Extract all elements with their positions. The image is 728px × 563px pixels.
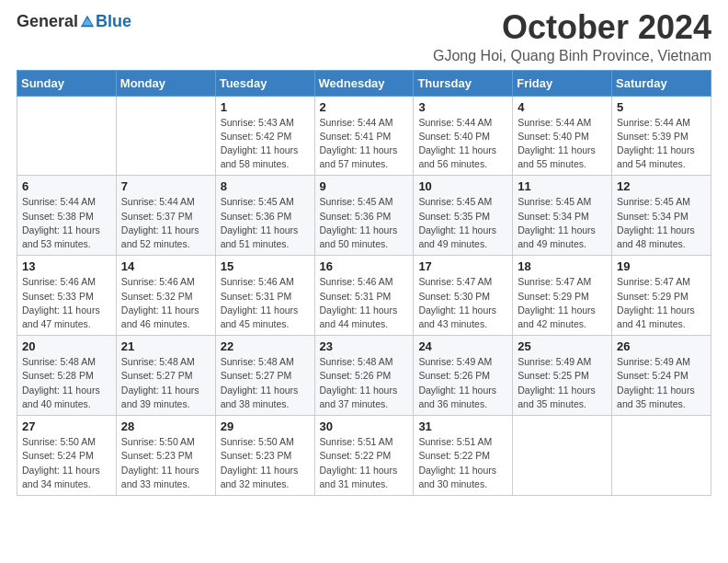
logo-general: General xyxy=(17,13,78,29)
day-cell: 18Sunrise: 5:47 AMSunset: 5:29 PMDayligh… xyxy=(513,256,612,336)
day-number: 26 xyxy=(617,339,706,353)
day-cell: 22Sunrise: 5:48 AMSunset: 5:27 PMDayligh… xyxy=(215,336,314,416)
day-cell: 23Sunrise: 5:48 AMSunset: 5:26 PMDayligh… xyxy=(314,336,414,416)
day-number: 30 xyxy=(320,419,409,433)
day-cell xyxy=(17,96,117,176)
day-number: 21 xyxy=(121,339,210,353)
day-header-wednesday: Wednesday xyxy=(314,70,414,96)
day-number: 3 xyxy=(418,100,507,114)
day-cell: 12Sunrise: 5:45 AMSunset: 5:34 PMDayligh… xyxy=(612,176,711,256)
day-cell: 2Sunrise: 5:44 AMSunset: 5:41 PMDaylight… xyxy=(314,96,414,176)
week-row-5: 27Sunrise: 5:50 AMSunset: 5:24 PMDayligh… xyxy=(17,416,711,496)
day-cell: 20Sunrise: 5:48 AMSunset: 5:28 PMDayligh… xyxy=(17,336,117,416)
day-cell: 1Sunrise: 5:43 AMSunset: 5:42 PMDaylight… xyxy=(215,96,314,176)
week-row-1: 1Sunrise: 5:43 AMSunset: 5:42 PMDaylight… xyxy=(17,96,711,176)
day-number: 8 xyxy=(221,179,310,193)
day-cell: 8Sunrise: 5:45 AMSunset: 5:36 PMDaylight… xyxy=(215,176,314,256)
day-header-sunday: Sunday xyxy=(17,70,117,96)
day-number: 7 xyxy=(121,179,210,193)
day-cell: 27Sunrise: 5:50 AMSunset: 5:24 PMDayligh… xyxy=(17,416,117,496)
day-info: Sunrise: 5:48 AMSunset: 5:26 PMDaylight:… xyxy=(320,355,409,411)
calendar: SundayMondayTuesdayWednesdayThursdayFrid… xyxy=(17,70,711,496)
day-info: Sunrise: 5:44 AMSunset: 5:41 PMDaylight:… xyxy=(320,116,409,172)
day-info: Sunrise: 5:44 AMSunset: 5:37 PMDaylight:… xyxy=(121,195,210,251)
day-cell: 9Sunrise: 5:45 AMSunset: 5:36 PMDaylight… xyxy=(314,176,414,256)
day-cell: 11Sunrise: 5:45 AMSunset: 5:34 PMDayligh… xyxy=(513,176,612,256)
calendar-body: 1Sunrise: 5:43 AMSunset: 5:42 PMDaylight… xyxy=(17,96,711,495)
week-row-2: 6Sunrise: 5:44 AMSunset: 5:38 PMDaylight… xyxy=(17,176,711,256)
day-cell: 24Sunrise: 5:49 AMSunset: 5:26 PMDayligh… xyxy=(414,336,513,416)
day-info: Sunrise: 5:44 AMSunset: 5:40 PMDaylight:… xyxy=(418,116,507,172)
logo-blue: Blue xyxy=(96,13,131,29)
day-number: 13 xyxy=(22,259,111,273)
day-info: Sunrise: 5:48 AMSunset: 5:28 PMDaylight:… xyxy=(22,355,111,411)
day-number: 25 xyxy=(518,339,607,353)
day-header-monday: Monday xyxy=(116,70,215,96)
day-cell: 7Sunrise: 5:44 AMSunset: 5:37 PMDaylight… xyxy=(116,176,215,256)
day-number: 10 xyxy=(418,179,507,193)
day-cell: 6Sunrise: 5:44 AMSunset: 5:38 PMDaylight… xyxy=(17,176,117,256)
day-cell: 26Sunrise: 5:49 AMSunset: 5:24 PMDayligh… xyxy=(612,336,711,416)
title-area: October 2024 GJong Hoi, Quang Binh Provi… xyxy=(433,9,711,64)
day-number: 15 xyxy=(221,259,310,273)
subtitle: GJong Hoi, Quang Binh Province, Vietnam xyxy=(433,48,711,64)
day-number: 29 xyxy=(221,419,310,433)
day-header-thursday: Thursday xyxy=(414,70,513,96)
day-number: 1 xyxy=(221,100,310,114)
day-cell: 30Sunrise: 5:51 AMSunset: 5:22 PMDayligh… xyxy=(314,416,414,496)
day-number: 11 xyxy=(518,179,607,193)
day-number: 24 xyxy=(418,339,507,353)
day-number: 12 xyxy=(617,179,706,193)
day-cell xyxy=(513,416,612,496)
day-info: Sunrise: 5:48 AMSunset: 5:27 PMDaylight:… xyxy=(121,355,210,411)
day-cell: 3Sunrise: 5:44 AMSunset: 5:40 PMDaylight… xyxy=(414,96,513,176)
day-cell: 4Sunrise: 5:44 AMSunset: 5:40 PMDaylight… xyxy=(513,96,612,176)
day-number: 17 xyxy=(418,259,507,273)
header-row: SundayMondayTuesdayWednesdayThursdayFrid… xyxy=(17,70,711,96)
day-header-tuesday: Tuesday xyxy=(215,70,314,96)
day-info: Sunrise: 5:51 AMSunset: 5:22 PMDaylight:… xyxy=(320,435,409,491)
day-info: Sunrise: 5:45 AMSunset: 5:35 PMDaylight:… xyxy=(418,195,507,251)
day-cell: 17Sunrise: 5:47 AMSunset: 5:30 PMDayligh… xyxy=(414,256,513,336)
day-number: 6 xyxy=(22,179,111,193)
day-number: 31 xyxy=(418,419,507,433)
day-info: Sunrise: 5:44 AMSunset: 5:39 PMDaylight:… xyxy=(617,116,706,172)
day-cell: 5Sunrise: 5:44 AMSunset: 5:39 PMDaylight… xyxy=(612,96,711,176)
day-info: Sunrise: 5:45 AMSunset: 5:36 PMDaylight:… xyxy=(320,195,409,251)
logo-area: General Blue xyxy=(17,9,131,29)
day-cell: 13Sunrise: 5:46 AMSunset: 5:33 PMDayligh… xyxy=(17,256,117,336)
day-cell: 19Sunrise: 5:47 AMSunset: 5:29 PMDayligh… xyxy=(612,256,711,336)
day-info: Sunrise: 5:51 AMSunset: 5:22 PMDaylight:… xyxy=(418,435,507,491)
day-number: 14 xyxy=(121,259,210,273)
day-number: 19 xyxy=(617,259,706,273)
day-number: 18 xyxy=(518,259,607,273)
day-number: 4 xyxy=(518,100,607,114)
day-info: Sunrise: 5:50 AMSunset: 5:24 PMDaylight:… xyxy=(22,435,111,491)
day-cell xyxy=(116,96,215,176)
day-number: 23 xyxy=(320,339,409,353)
day-info: Sunrise: 5:47 AMSunset: 5:30 PMDaylight:… xyxy=(418,275,507,331)
day-number: 2 xyxy=(320,100,409,114)
day-number: 16 xyxy=(320,259,409,273)
day-info: Sunrise: 5:43 AMSunset: 5:42 PMDaylight:… xyxy=(221,116,310,172)
day-cell: 15Sunrise: 5:46 AMSunset: 5:31 PMDayligh… xyxy=(215,256,314,336)
day-info: Sunrise: 5:46 AMSunset: 5:32 PMDaylight:… xyxy=(121,275,210,331)
day-cell: 28Sunrise: 5:50 AMSunset: 5:23 PMDayligh… xyxy=(116,416,215,496)
day-cell: 16Sunrise: 5:46 AMSunset: 5:31 PMDayligh… xyxy=(314,256,414,336)
day-info: Sunrise: 5:45 AMSunset: 5:34 PMDaylight:… xyxy=(518,195,607,251)
day-info: Sunrise: 5:46 AMSunset: 5:33 PMDaylight:… xyxy=(22,275,111,331)
day-cell: 29Sunrise: 5:50 AMSunset: 5:23 PMDayligh… xyxy=(215,416,314,496)
day-header-friday: Friday xyxy=(513,70,612,96)
day-number: 9 xyxy=(320,179,409,193)
month-title: October 2024 xyxy=(433,9,711,46)
day-number: 22 xyxy=(221,339,310,353)
day-header-saturday: Saturday xyxy=(612,70,711,96)
week-row-3: 13Sunrise: 5:46 AMSunset: 5:33 PMDayligh… xyxy=(17,256,711,336)
day-cell: 21Sunrise: 5:48 AMSunset: 5:27 PMDayligh… xyxy=(116,336,215,416)
calendar-header: SundayMondayTuesdayWednesdayThursdayFrid… xyxy=(17,70,711,96)
day-info: Sunrise: 5:47 AMSunset: 5:29 PMDaylight:… xyxy=(617,275,706,331)
day-number: 20 xyxy=(22,339,111,353)
day-info: Sunrise: 5:45 AMSunset: 5:36 PMDaylight:… xyxy=(221,195,310,251)
logo-icon xyxy=(79,13,96,29)
day-info: Sunrise: 5:49 AMSunset: 5:26 PMDaylight:… xyxy=(418,355,507,411)
